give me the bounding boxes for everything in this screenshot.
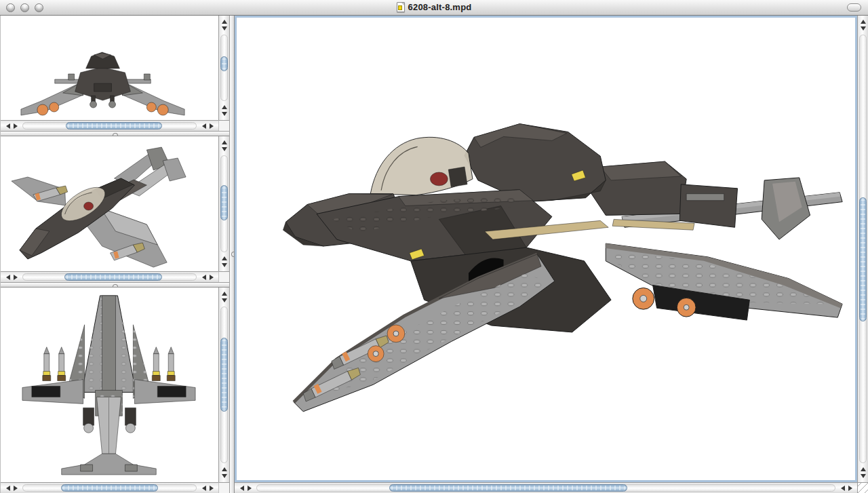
scroll-up-icon[interactable] [222, 140, 227, 144]
close-button[interactable] [6, 3, 15, 12]
window-content [0, 16, 868, 493]
cockpit-canopy [370, 137, 473, 195]
scroll-up-icon[interactable] [222, 467, 227, 471]
viewport-sidebar [0, 16, 229, 493]
pilot-minifig [431, 172, 448, 186]
toolbar-pill-icon[interactable] [847, 3, 861, 12]
scroll-down-icon[interactable] [222, 474, 227, 478]
scroll-left-icon[interactable] [6, 123, 10, 129]
scroll-arrows-bottom [219, 101, 229, 120]
scroll-arrows-right [197, 121, 218, 131]
scroll-arrows-bottom [858, 463, 868, 482]
window-title: 6208-alt-8.mpd [408, 2, 472, 12]
scrollbar-thumb[interactable] [859, 197, 867, 321]
window-controls [6, 3, 43, 12]
perspective-horizontal-scrollbar[interactable] [1, 271, 218, 282]
window-resize-grip[interactable] [857, 482, 868, 493]
scroll-right-icon[interactable] [14, 123, 18, 129]
viewport-bottom [1, 288, 229, 493]
sidebar-splitter[interactable] [229, 16, 235, 493]
scroll-arrows-top [858, 16, 868, 35]
scroll-down-icon[interactable] [222, 112, 227, 116]
scroll-down-icon[interactable] [222, 263, 227, 267]
mpd-lego-file-icon[interactable] [397, 2, 405, 12]
scroll-up-icon[interactable] [222, 105, 227, 109]
pane-splitter[interactable] [1, 282, 229, 288]
front-view-canvas[interactable] [1, 16, 218, 120]
scrollbar-track[interactable] [859, 35, 867, 463]
main-vertical-scrollbar[interactable] [857, 16, 868, 482]
scroll-arrows-right [197, 272, 218, 282]
scroll-down-icon[interactable] [861, 26, 866, 31]
scrollbar-track[interactable] [22, 122, 197, 130]
lego-jet-front-view-render [1, 16, 218, 120]
lego-brick-icon [398, 5, 402, 10]
scroll-down-icon[interactable] [222, 298, 227, 302]
scroll-left-icon[interactable] [6, 275, 10, 280]
front-vertical-scrollbar[interactable] [218, 16, 229, 120]
scroll-down-icon[interactable] [861, 474, 866, 478]
scrollbar-track[interactable] [22, 273, 197, 281]
scroll-left-icon[interactable] [202, 275, 206, 280]
scrollbar-track[interactable] [220, 35, 228, 101]
scroll-right-icon[interactable] [14, 275, 18, 280]
scroll-right-icon[interactable] [210, 123, 214, 129]
viewport-main [235, 16, 868, 493]
scroll-left-icon[interactable] [202, 486, 206, 491]
zoom-button[interactable] [35, 3, 43, 12]
scrollbar-thumb[interactable] [389, 484, 627, 492]
main-aircraft [283, 124, 842, 412]
scroll-arrows-left [1, 272, 22, 282]
lego-jet-main-3d-render [237, 18, 855, 480]
lego-jet-bottom-view-render [1, 288, 218, 482]
bottom-horizontal-scrollbar[interactable] [1, 482, 218, 493]
scroll-right-icon[interactable] [848, 486, 852, 491]
scrollbar-thumb[interactable] [220, 56, 228, 71]
viewport-perspective [1, 136, 229, 282]
scroll-arrows-right [835, 483, 857, 493]
scroll-up-icon[interactable] [222, 256, 227, 260]
perspective-vertical-scrollbar[interactable] [218, 136, 229, 271]
bottom-vertical-scrollbar[interactable] [218, 288, 229, 482]
scroll-up-icon[interactable] [222, 20, 227, 24]
scroll-up-icon[interactable] [861, 20, 866, 24]
minimize-button[interactable] [20, 3, 29, 12]
scroll-left-icon[interactable] [202, 123, 206, 129]
scrollbar-track[interactable] [220, 155, 228, 252]
scrollbar-track[interactable] [256, 484, 835, 492]
scroll-down-icon[interactable] [222, 26, 227, 31]
scroll-arrows-top [219, 288, 229, 307]
scrollbar-track[interactable] [22, 484, 197, 492]
bottom-view-canvas[interactable] [1, 288, 218, 482]
scrollbar-thumb[interactable] [66, 122, 161, 130]
scrollbar-track[interactable] [220, 307, 228, 463]
main-horizontal-scrollbar[interactable] [235, 482, 857, 493]
scroll-up-icon[interactable] [222, 292, 227, 296]
scrollbar-corner [218, 271, 229, 282]
scroll-right-icon[interactable] [210, 486, 214, 491]
scrollbar-thumb[interactable] [61, 484, 159, 492]
pane-splitter[interactable] [1, 131, 229, 136]
scroll-arrows-bottom [219, 252, 229, 271]
window-title-area: 6208-alt-8.mpd [0, 0, 868, 14]
scroll-left-icon[interactable] [240, 486, 244, 491]
scrollbar-corner [218, 120, 229, 131]
perspective-view-canvas[interactable] [1, 136, 218, 271]
scrollbar-thumb[interactable] [220, 338, 228, 412]
scroll-up-icon[interactable] [861, 467, 866, 471]
scrollbar-thumb[interactable] [220, 185, 228, 220]
viewport-front [1, 16, 229, 131]
titlebar[interactable]: 6208-alt-8.mpd [0, 0, 868, 16]
scrollbar-thumb[interactable] [64, 273, 162, 281]
scroll-left-icon[interactable] [6, 486, 10, 491]
spine-block [679, 184, 737, 227]
scroll-right-icon[interactable] [14, 486, 18, 491]
scroll-right-icon[interactable] [248, 486, 252, 491]
scroll-left-icon[interactable] [841, 486, 845, 491]
scrollbar-corner [218, 482, 229, 493]
front-horizontal-scrollbar[interactable] [1, 120, 218, 131]
main-view-canvas[interactable] [235, 16, 857, 482]
scroll-down-icon[interactable] [222, 147, 227, 151]
scroll-right-icon[interactable] [210, 275, 214, 280]
scroll-arrows-top [219, 16, 229, 35]
